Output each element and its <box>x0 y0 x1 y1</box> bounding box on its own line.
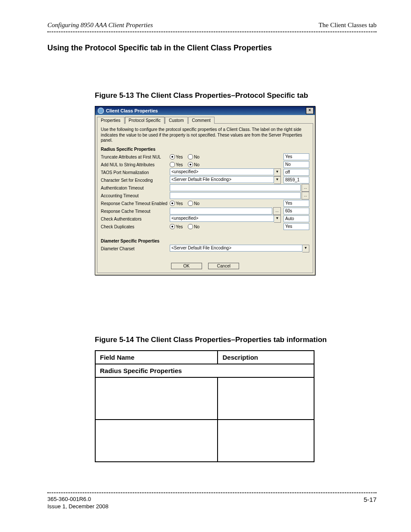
label-check-auth: Check Authenticators <box>101 217 170 221</box>
dialog-button-row: OK Cancel <box>101 263 309 269</box>
running-header-right: The Client Classes tab <box>318 22 377 29</box>
table-header-row: Field Name Description <box>95 351 314 364</box>
row-truncate: Truncate Attributes at First NUL Yes No … <box>101 153 309 161</box>
default-check-auth: Auto <box>283 215 309 222</box>
input-auth-timeout[interactable] <box>170 184 301 191</box>
close-icon: × <box>308 108 311 112</box>
radius-section-title: Radius Specific Properties <box>101 147 309 152</box>
label-rce: Response Cache Timeout Enabled <box>101 201 170 206</box>
figure-5-14-caption: Figure 5-14 The Client Class Properties–… <box>95 336 377 344</box>
default-taos: off <box>283 169 309 176</box>
label-rct: Response Cache Timeout <box>101 209 170 214</box>
table-row <box>95 377 314 420</box>
radio-truncate-no[interactable] <box>188 154 193 159</box>
row-charset: Character Set for Encoding <Server Defau… <box>101 177 309 184</box>
combo-taos-value[interactable]: <unspecified> <box>170 168 274 175</box>
row-diameter-charset: Diameter Charset <Server Default File En… <box>101 245 309 252</box>
chevron-down-icon[interactable]: ▼ <box>302 245 309 252</box>
empty-cell <box>218 377 314 420</box>
empty-cell <box>95 420 218 462</box>
combo-diameter-charset-value[interactable]: <Server Default File Encoding> <box>170 245 302 252</box>
footer-rule <box>47 492 377 493</box>
default-charset: 8859_1 <box>283 177 309 184</box>
chevron-down-icon[interactable]: ▼ <box>274 168 281 176</box>
default-check-dup: Yes <box>283 223 309 230</box>
tab-body: Use the following to configure the proto… <box>97 123 313 273</box>
footer-issue: Issue 1, December 2008 <box>47 503 109 510</box>
tab-protocol-specific[interactable]: Protocol Specific <box>125 117 165 124</box>
close-button[interactable]: × <box>306 107 314 114</box>
label-addnul: Add NUL to String Attributes <box>101 162 170 167</box>
dialog-titlebar: Client Class Properties × <box>95 106 315 115</box>
label-check-dup: Check Duplicates <box>101 224 170 229</box>
tab-comment[interactable]: Comment <box>188 117 215 124</box>
default-addnul: No <box>283 161 309 168</box>
row-addnul: Add NUL to String Attributes Yes No No <box>101 161 309 168</box>
tab-properties[interactable]: Properties <box>97 117 125 124</box>
combo-charset[interactable]: <Server Default File Encoding> ▼ <box>170 176 281 184</box>
browse-rct[interactable]: ... <box>273 207 281 215</box>
radio-rce-no[interactable] <box>188 201 193 206</box>
chevron-down-icon[interactable]: ▼ <box>274 215 281 223</box>
footer-page-number: 5-17 <box>364 496 377 510</box>
tab-strip: Properties Protocol Specific Custom Comm… <box>97 116 313 123</box>
client-class-properties-dialog: Client Class Properties × Properties Pro… <box>95 106 315 275</box>
th-field-name: Field Name <box>95 351 218 364</box>
combo-taos[interactable]: <unspecified> ▼ <box>170 168 281 176</box>
radio-truncate-yes[interactable] <box>170 154 175 159</box>
radio-chkdup-yes[interactable] <box>170 224 175 229</box>
th-description: Description <box>218 351 314 364</box>
radius-specific-row: Radius Specific Properties <box>95 364 314 377</box>
label-charset: Character Set for Encoding <box>101 178 170 183</box>
table-row <box>95 420 314 462</box>
label-diameter-charset: Diameter Charset <box>101 246 170 251</box>
label-auth-timeout: Authenticaton Timeout <box>101 186 170 190</box>
instruction-text: Use the following to configure the proto… <box>101 127 309 143</box>
chevron-down-icon[interactable]: ▼ <box>274 176 281 184</box>
figure-5-13-caption: Figure 5-13 The Client Class Properties–… <box>95 91 377 100</box>
browse-auth-timeout[interactable]: ... <box>302 184 309 192</box>
diameter-section-title: Diameter Specific Properties <box>101 239 309 243</box>
running-header-left: Configuring 8950 AAA Client Properties <box>47 22 153 29</box>
running-header: Configuring 8950 AAA Client Properties T… <box>47 22 377 29</box>
row-check-dup: Check Duplicates Yes No Yes <box>101 223 309 230</box>
empty-cell <box>218 420 314 462</box>
header-rule <box>47 31 377 32</box>
browse-acct-timeout[interactable]: ... <box>302 192 309 199</box>
app-icon <box>98 108 104 114</box>
label-truncate: Truncate Attributes at First NUL <box>101 155 170 159</box>
properties-table: Field Name Description Radius Specific P… <box>95 350 314 462</box>
combo-check-auth-value[interactable]: <unspecified> <box>170 215 274 222</box>
combo-diameter-charset[interactable]: <Server Default File Encoding> ▼ <box>170 245 309 252</box>
label-taos: TAOS Port Normalization <box>101 170 170 175</box>
input-rct[interactable] <box>170 208 272 215</box>
default-truncate: Yes <box>283 153 309 160</box>
radio-rce-yes[interactable] <box>170 201 175 206</box>
empty-cell <box>95 377 218 420</box>
radio-addnul-yes[interactable] <box>170 162 175 167</box>
footer-doc-id: 365-360-001R6.0 <box>47 496 109 503</box>
row-auth-timeout: Authenticaton Timeout ... <box>101 184 309 192</box>
page-footer: 365-360-001R6.0 Issue 1, December 2008 5… <box>47 492 377 510</box>
input-acct-timeout[interactable] <box>170 192 301 199</box>
ok-button[interactable]: OK <box>171 263 202 269</box>
combo-check-auth[interactable]: <unspecified> ▼ <box>170 215 281 223</box>
combo-charset-value[interactable]: <Server Default File Encoding> <box>170 176 274 183</box>
row-rct: Response Cache Timeout ... 60s <box>101 208 309 215</box>
radio-chkdup-no[interactable] <box>188 224 193 229</box>
radio-addnul-no[interactable] <box>188 162 193 167</box>
cancel-button[interactable]: Cancel <box>208 263 239 269</box>
section-heading: Using the Protocol Specific tab in the C… <box>47 44 377 53</box>
dialog-title: Client Class Properties <box>106 108 158 113</box>
row-rce: Response Cache Timeout Enabled Yes No Ye… <box>101 200 309 207</box>
tab-custom[interactable]: Custom <box>165 117 187 124</box>
default-rce: Yes <box>283 200 309 207</box>
label-acct-timeout: Accounting Timeout <box>101 193 170 198</box>
default-rct: 60s <box>283 208 309 215</box>
row-acct-timeout: Accounting Timeout ... <box>101 192 309 199</box>
table-row: Radius Specific Properties <box>95 364 314 377</box>
row-taos: TAOS Port Normalization <unspecified> ▼ … <box>101 169 309 176</box>
row-check-auth: Check Authenticators <unspecified> ▼ Aut… <box>101 215 309 223</box>
